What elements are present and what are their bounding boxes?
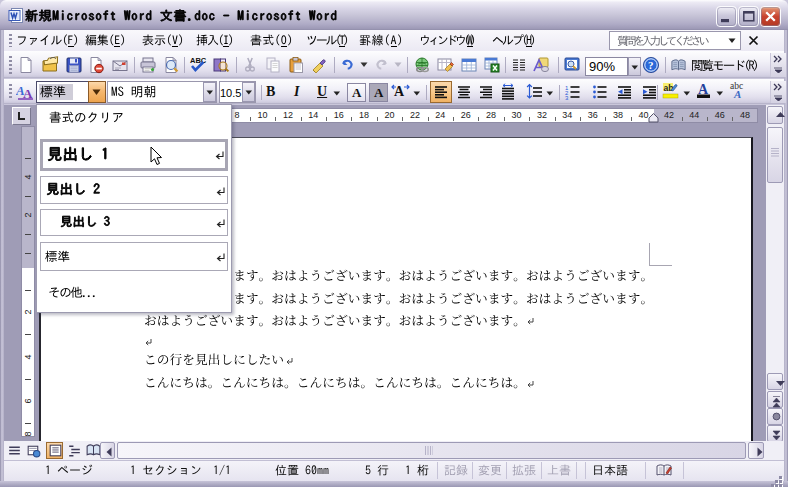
svg-text:A: A: [23, 86, 33, 100]
svg-text:ABC: ABC: [190, 56, 207, 65]
svg-text:A: A: [698, 82, 709, 97]
svg-text:A: A: [733, 88, 741, 99]
svg-text:ab: ab: [664, 83, 674, 93]
svg-text:3: 3: [565, 95, 569, 101]
svg-text:?: ?: [648, 59, 654, 71]
